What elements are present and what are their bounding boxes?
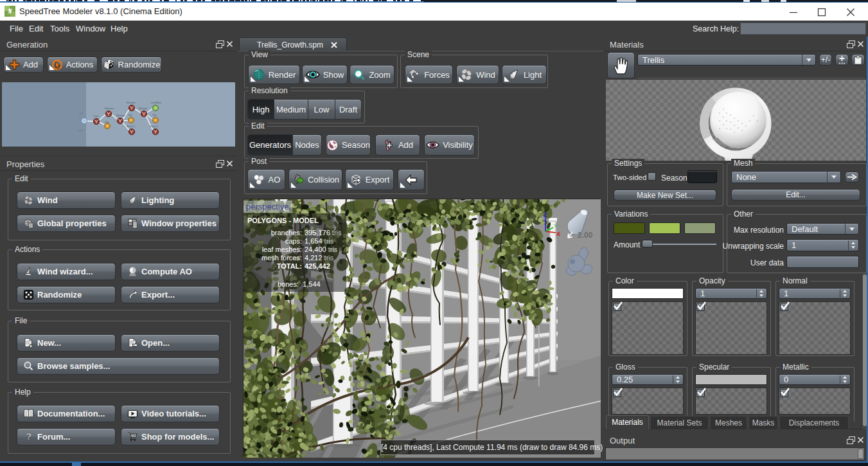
svg-text:Trunk: Trunk — [93, 115, 99, 118]
svg-text:Leaf Mesh: Leaf Mesh — [151, 102, 161, 104]
svg-text:Cap: Cap — [105, 121, 109, 123]
svg-text:?: ? — [26, 431, 31, 442]
svg-text:Cap: Cap — [128, 114, 132, 116]
svg-text:Branch 1: Branch 1 — [150, 125, 159, 128]
svg-text:Cap: Cap — [152, 114, 156, 116]
svg-text:Rhizome...: Rhizome... — [105, 107, 115, 110]
svg-text:Y: Y — [554, 223, 558, 229]
svg-text:Z: Z — [544, 212, 547, 218]
svg-text:Rhizome...: Rhizome... — [116, 114, 127, 117]
svg-text:Branch 1: Branch 1 — [127, 125, 136, 128]
svg-text:Rhizome: Rhizome — [139, 107, 147, 110]
svg-text:X: X — [556, 231, 560, 237]
svg-text:Rhizome...: Rhizome... — [127, 102, 137, 104]
